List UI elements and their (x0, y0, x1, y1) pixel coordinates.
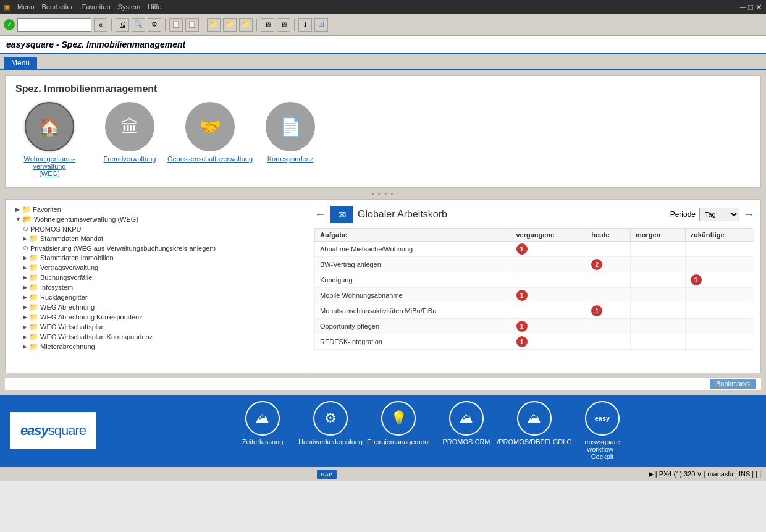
menu-item-favoriten[interactable]: Favoriten (82, 3, 111, 11)
period-select[interactable]: Tag Woche Monat (699, 208, 739, 221)
toolbar-btn-7[interactable]: 🖥 (277, 18, 290, 32)
ak-forward-button[interactable]: → (743, 208, 754, 221)
toolbar-btn-3[interactable]: 📁 (207, 18, 221, 32)
count-cell: 2 (586, 257, 631, 272)
count-cell (586, 334, 631, 350)
tree-item-privatisierung[interactable]: ⊙ Privatisierung (WEG aus Verwaltungsbuc… (11, 243, 303, 253)
toolbar-btn-6[interactable]: 🖥 (261, 18, 274, 32)
divider-dots: • • • • (372, 190, 394, 197)
tree-item-buchungsvorfaelle[interactable]: ▶ 📁 Buchungsvorfälle (11, 272, 303, 282)
tree-item-weg-abrechnung[interactable]: ▶ 📁 WEG Abrechnung (11, 302, 303, 312)
separator-4 (256, 19, 257, 31)
toolbar-btn-1[interactable]: 📋 (169, 18, 183, 32)
settings-button[interactable]: ⚙ (148, 18, 161, 32)
count-badge: 1 (691, 274, 702, 285)
folder-icon: 📁 (29, 313, 38, 321)
table-row[interactable]: Opportunity pflegen1 (315, 319, 754, 334)
menu-item-hilfe[interactable]: Hilfe (148, 3, 161, 11)
count-cell: 1 (586, 303, 631, 319)
tree-label: WEG Abrechnung (40, 303, 95, 311)
command-input[interactable] (17, 18, 91, 32)
expand-arrow: ▼ (15, 216, 21, 222)
ak-title: Globaler Arbeitskorb (358, 209, 447, 220)
app-promos-dbpflg[interactable]: ⛰ /PROMOS/DBPFLGDLG (507, 401, 562, 460)
tree-label: WEG Abrechnung Korrespondenz (40, 313, 143, 321)
toolbar-btn-8[interactable]: ℹ (298, 18, 312, 32)
count-cell (630, 319, 685, 334)
tree-item-stammdaten-mandat[interactable]: ▶ 📁 Stammdaten Mandat (11, 234, 303, 243)
menu-item-system[interactable]: System (118, 3, 141, 11)
menu-item-menu[interactable]: Menü (17, 3, 35, 11)
app-handwerkerkopplung[interactable]: ⚙ Handwerkerkopplung (303, 401, 358, 460)
tree-item-favoriten[interactable]: ▶ 📁 Favoriten (11, 205, 303, 214)
ak-period: Periode Tag Woche Monat → (670, 208, 754, 221)
energiemanagement-icon: 💡 (381, 401, 416, 436)
table-row[interactable]: Abnahme Mietsache/Wohnung1 (315, 242, 754, 257)
toolbar-btn-2[interactable]: 📋 (185, 18, 199, 32)
table-row[interactable]: BW-Vertrag anlegen2 (315, 257, 754, 272)
table-row[interactable]: REDESK-Integration1 (315, 334, 754, 350)
tree-item-stammdaten-immo[interactable]: ▶ 📁 Stammdaten Immobilien (11, 253, 303, 263)
korrespondenz-label[interactable]: Korrespondenz (267, 155, 314, 163)
task-cell: Abnahme Mietsache/Wohnung (315, 242, 511, 257)
tree-item-weg[interactable]: ▼ 📂 Wohneigentumsverwaltung (WEG) (11, 214, 303, 224)
status-right: ▶ | PX4 (1) 320 ∨ | manaslu | INS | | | (649, 470, 761, 478)
count-cell (586, 319, 631, 334)
count-cell (511, 257, 586, 272)
menu-bar: Menü Bearbeiten Favoriten System Hilfe (17, 3, 161, 11)
tree-item-weg-korrespondenz[interactable]: ▶ 📁 WEG Abrechnung Korrespondenz (11, 312, 303, 322)
app-energiemanagement[interactable]: 💡 Energiemanagement (371, 401, 426, 460)
app-zeiterfassung[interactable]: ⛰ Zeiterfassung (235, 401, 290, 460)
count-cell (630, 257, 685, 272)
toolbar-btn-4[interactable]: 📁 (223, 18, 237, 32)
sap-logo: SAP (317, 470, 337, 479)
module-icon-wohneigentum[interactable]: 🏠 Wohneigentums-verwaltung(WEG) (15, 102, 83, 177)
print-button[interactable]: 🖨 (116, 18, 129, 32)
link-icon: ⊙ (23, 244, 28, 252)
app-promos-crm[interactable]: ⛰ PROMOS CRM (439, 401, 494, 460)
title-bar: ▣ Menü Bearbeiten Favoriten System Hilfe… (0, 0, 766, 14)
tree-item-promos[interactable]: ⊙ PROMOS NKPU (11, 224, 303, 234)
tree-item-ruecklagengitter[interactable]: ▶ 📁 Rücklagengitter (11, 292, 303, 302)
tree-item-wirtschaftsplan-korr[interactable]: ▶ 📁 WEG Wirtschaftsplan Korrespondenz (11, 332, 303, 342)
easy-cockpit-label: easysquare workflow -Cockpit (574, 438, 630, 460)
system-icon[interactable]: ▣ (4, 3, 10, 11)
minimize-button[interactable]: ─ (740, 2, 746, 12)
tab-menu[interactable]: Menü (4, 57, 37, 69)
korrespondenz-icon: 📄 (266, 102, 315, 151)
maximize-button[interactable]: □ (748, 2, 753, 12)
wohneigentum-label[interactable]: Wohneigentums-verwaltung(WEG) (24, 155, 75, 177)
module-icon-fremdverwaltung[interactable]: 🏛 Fremdverwaltung (96, 102, 164, 163)
table-row[interactable]: Kündigung1 (315, 272, 754, 288)
table-row[interactable]: Monatsabschlussaktivitäten MiBu/FiBu1 (315, 303, 754, 319)
app-easy-cockpit[interactable]: easy easysquare workflow -Cockpit (574, 401, 630, 460)
count-cell: 1 (511, 242, 586, 257)
fremdverwaltung-label[interactable]: Fremdverwaltung (104, 155, 156, 163)
bookmarks-button[interactable]: Bookmarks (710, 379, 756, 389)
module-icon-korrespondenz[interactable]: 📄 Korrespondenz (256, 102, 324, 163)
toolbar-btn-9[interactable]: ☑ (314, 18, 328, 32)
folder-icon: 📁 (29, 283, 38, 292)
tree-item-vertragsverwaltung[interactable]: ▶ 📁 Vertragsverwaltung (11, 263, 303, 272)
tree-label: Rücklagengitter (40, 293, 87, 301)
find-button[interactable]: 🔍 (132, 18, 145, 32)
folder-icon: 📁 (29, 253, 38, 262)
task-cell: Mobile Wohnungsabnahme (315, 288, 511, 303)
count-cell: 1 (511, 334, 586, 350)
module-icon-genossenschaft[interactable]: 🤝 Genossenschaftsverwaltung (176, 102, 244, 163)
genossenschaft-label[interactable]: Genossenschaftsverwaltung (167, 155, 253, 163)
tree-label: Wohneigentumsverwaltung (WEG) (34, 216, 138, 223)
toolbar-btn-5[interactable]: 📁 (239, 18, 253, 32)
folder-icon: 📁 (29, 293, 38, 302)
tree-item-infosystem[interactable]: ▶ 📁 Infosystem (11, 282, 303, 292)
ak-back-button[interactable]: ← (314, 208, 326, 221)
close-button[interactable]: ✕ (755, 2, 762, 12)
genossenschaft-icon: 🤝 (185, 102, 235, 151)
table-row[interactable]: Mobile Wohnungsabnahme1 (315, 288, 754, 303)
go-back-button[interactable]: « (94, 18, 107, 32)
menu-item-bearbeiten[interactable]: Bearbeiten (42, 3, 75, 11)
bookmarks-bar: Bookmarks (5, 377, 761, 390)
tree-item-mieterabrechnung[interactable]: ▶ 📁 Mieterabrechnung (11, 342, 303, 352)
promos-crm-icon: ⛰ (449, 401, 484, 436)
tree-item-wirtschaftsplan[interactable]: ▶ 📁 WEG Wirtschaftsplan (11, 322, 303, 332)
